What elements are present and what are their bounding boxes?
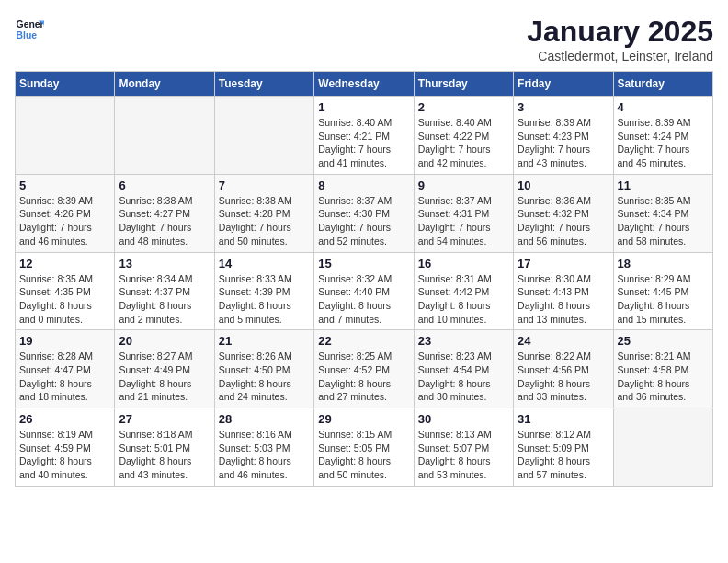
day-number: 2 [418, 100, 509, 114]
calendar-cell: 29Sunrise: 8:15 AM Sunset: 5:05 PM Dayli… [314, 408, 414, 487]
weekday-header-monday: Monday [115, 72, 214, 97]
location-subtitle: Castledermot, Leinster, Ireland [527, 49, 713, 63]
day-info: Sunrise: 8:33 AM Sunset: 4:39 PM Dayligh… [219, 272, 310, 327]
day-number: 30 [418, 412, 509, 426]
calendar-week-3: 12Sunrise: 8:35 AM Sunset: 4:35 PM Dayli… [16, 252, 713, 330]
calendar-cell: 22Sunrise: 8:25 AM Sunset: 4:52 PM Dayli… [314, 330, 414, 408]
day-number: 21 [219, 334, 310, 348]
day-info: Sunrise: 8:32 AM Sunset: 4:40 PM Dayligh… [318, 272, 409, 327]
calendar-cell [214, 97, 313, 175]
day-number: 19 [19, 334, 110, 348]
day-info: Sunrise: 8:22 AM Sunset: 4:56 PM Dayligh… [518, 350, 609, 404]
day-info: Sunrise: 8:23 AM Sunset: 4:54 PM Dayligh… [418, 350, 509, 404]
calendar-cell: 6Sunrise: 8:38 AM Sunset: 4:27 PM Daylig… [115, 174, 214, 252]
calendar-cell: 15Sunrise: 8:32 AM Sunset: 4:40 PM Dayli… [314, 252, 414, 330]
day-info: Sunrise: 8:27 AM Sunset: 4:49 PM Dayligh… [119, 350, 210, 404]
calendar-cell: 8Sunrise: 8:37 AM Sunset: 4:30 PM Daylig… [314, 174, 414, 252]
day-info: Sunrise: 8:37 AM Sunset: 4:31 PM Dayligh… [418, 194, 509, 248]
day-number: 6 [119, 178, 210, 192]
day-number: 17 [518, 257, 609, 270]
calendar-cell: 10Sunrise: 8:36 AM Sunset: 4:32 PM Dayli… [514, 174, 613, 252]
day-number: 18 [618, 257, 709, 270]
day-info: Sunrise: 8:21 AM Sunset: 4:58 PM Dayligh… [618, 350, 709, 404]
day-number: 11 [618, 178, 709, 192]
calendar-cell: 26Sunrise: 8:19 AM Sunset: 4:59 PM Dayli… [16, 408, 115, 487]
day-number: 22 [318, 334, 409, 348]
calendar-cell: 24Sunrise: 8:22 AM Sunset: 4:56 PM Dayli… [514, 330, 613, 408]
day-number: 10 [518, 178, 609, 192]
calendar-cell: 23Sunrise: 8:23 AM Sunset: 4:54 PM Dayli… [414, 330, 513, 408]
logo-icon: General Blue [15, 15, 44, 44]
day-info: Sunrise: 8:30 AM Sunset: 4:43 PM Dayligh… [518, 272, 609, 327]
day-info: Sunrise: 8:13 AM Sunset: 5:07 PM Dayligh… [418, 428, 509, 482]
day-number: 9 [418, 178, 509, 192]
day-number: 27 [119, 412, 210, 426]
day-number: 14 [219, 257, 310, 270]
weekday-header-saturday: Saturday [613, 72, 712, 97]
calendar-week-1: 1Sunrise: 8:40 AM Sunset: 4:21 PM Daylig… [16, 97, 713, 175]
day-number: 13 [119, 257, 210, 270]
day-info: Sunrise: 8:19 AM Sunset: 4:59 PM Dayligh… [19, 428, 110, 482]
day-number: 25 [618, 334, 709, 348]
calendar-cell [16, 97, 115, 175]
day-info: Sunrise: 8:39 AM Sunset: 4:23 PM Dayligh… [518, 116, 609, 170]
day-number: 23 [418, 334, 509, 348]
day-info: Sunrise: 8:40 AM Sunset: 4:22 PM Dayligh… [418, 116, 509, 170]
day-info: Sunrise: 8:36 AM Sunset: 4:32 PM Dayligh… [518, 194, 609, 248]
calendar-cell: 9Sunrise: 8:37 AM Sunset: 4:31 PM Daylig… [414, 174, 513, 252]
calendar-cell: 30Sunrise: 8:13 AM Sunset: 5:07 PM Dayli… [414, 408, 513, 487]
calendar-cell: 2Sunrise: 8:40 AM Sunset: 4:22 PM Daylig… [414, 97, 513, 175]
svg-text:Blue: Blue [17, 30, 38, 40]
calendar-cell: 3Sunrise: 8:39 AM Sunset: 4:23 PM Daylig… [514, 97, 613, 175]
calendar-cell: 31Sunrise: 8:12 AM Sunset: 5:09 PM Dayli… [514, 408, 613, 487]
calendar-cell: 5Sunrise: 8:39 AM Sunset: 4:26 PM Daylig… [16, 174, 115, 252]
day-number: 7 [219, 178, 310, 192]
day-info: Sunrise: 8:18 AM Sunset: 5:01 PM Dayligh… [119, 428, 210, 482]
day-number: 3 [518, 100, 609, 114]
day-info: Sunrise: 8:31 AM Sunset: 4:42 PM Dayligh… [418, 272, 509, 327]
logo: General Blue [15, 15, 44, 44]
calendar-cell: 20Sunrise: 8:27 AM Sunset: 4:49 PM Dayli… [115, 330, 214, 408]
calendar-cell: 25Sunrise: 8:21 AM Sunset: 4:58 PM Dayli… [613, 330, 712, 408]
calendar-cell: 1Sunrise: 8:40 AM Sunset: 4:21 PM Daylig… [314, 97, 414, 175]
calendar-cell: 7Sunrise: 8:38 AM Sunset: 4:28 PM Daylig… [214, 174, 313, 252]
day-number: 29 [318, 412, 409, 426]
day-number: 4 [618, 100, 709, 114]
calendar-cell: 14Sunrise: 8:33 AM Sunset: 4:39 PM Dayli… [214, 252, 313, 330]
weekday-header-friday: Friday [514, 72, 613, 97]
day-number: 5 [19, 178, 110, 192]
page-header: General Blue January 2025 Castledermot, … [15, 15, 713, 63]
calendar-week-5: 26Sunrise: 8:19 AM Sunset: 4:59 PM Dayli… [16, 408, 713, 487]
day-info: Sunrise: 8:34 AM Sunset: 4:37 PM Dayligh… [119, 272, 210, 327]
day-info: Sunrise: 8:40 AM Sunset: 4:21 PM Dayligh… [318, 116, 409, 170]
calendar-week-2: 5Sunrise: 8:39 AM Sunset: 4:26 PM Daylig… [16, 174, 713, 252]
weekday-header-sunday: Sunday [16, 72, 115, 97]
calendar-cell [613, 408, 712, 487]
day-info: Sunrise: 8:12 AM Sunset: 5:09 PM Dayligh… [518, 428, 609, 482]
day-info: Sunrise: 8:16 AM Sunset: 5:03 PM Dayligh… [219, 428, 310, 482]
day-info: Sunrise: 8:35 AM Sunset: 4:34 PM Dayligh… [618, 194, 709, 248]
day-info: Sunrise: 8:39 AM Sunset: 4:24 PM Dayligh… [618, 116, 709, 170]
day-number: 24 [518, 334, 609, 348]
month-title: January 2025 [527, 15, 713, 49]
day-info: Sunrise: 8:39 AM Sunset: 4:26 PM Dayligh… [19, 194, 110, 248]
title-block: January 2025 Castledermot, Leinster, Ire… [527, 15, 713, 63]
calendar-cell: 19Sunrise: 8:28 AM Sunset: 4:47 PM Dayli… [16, 330, 115, 408]
day-info: Sunrise: 8:38 AM Sunset: 4:28 PM Dayligh… [219, 194, 310, 248]
weekday-header-thursday: Thursday [414, 72, 513, 97]
day-number: 16 [418, 257, 509, 270]
day-info: Sunrise: 8:35 AM Sunset: 4:35 PM Dayligh… [19, 272, 110, 327]
calendar-cell: 18Sunrise: 8:29 AM Sunset: 4:45 PM Dayli… [613, 252, 712, 330]
calendar-cell: 28Sunrise: 8:16 AM Sunset: 5:03 PM Dayli… [214, 408, 313, 487]
day-info: Sunrise: 8:28 AM Sunset: 4:47 PM Dayligh… [19, 350, 110, 404]
day-number: 15 [318, 257, 409, 270]
calendar-table: SundayMondayTuesdayWednesdayThursdayFrid… [15, 71, 713, 487]
day-number: 31 [518, 412, 609, 426]
calendar-cell: 12Sunrise: 8:35 AM Sunset: 4:35 PM Dayli… [16, 252, 115, 330]
day-number: 26 [19, 412, 110, 426]
day-info: Sunrise: 8:25 AM Sunset: 4:52 PM Dayligh… [318, 350, 409, 404]
weekday-header-wednesday: Wednesday [314, 72, 414, 97]
calendar-cell: 11Sunrise: 8:35 AM Sunset: 4:34 PM Dayli… [613, 174, 712, 252]
calendar-cell: 16Sunrise: 8:31 AM Sunset: 4:42 PM Dayli… [414, 252, 513, 330]
calendar-cell [115, 97, 214, 175]
